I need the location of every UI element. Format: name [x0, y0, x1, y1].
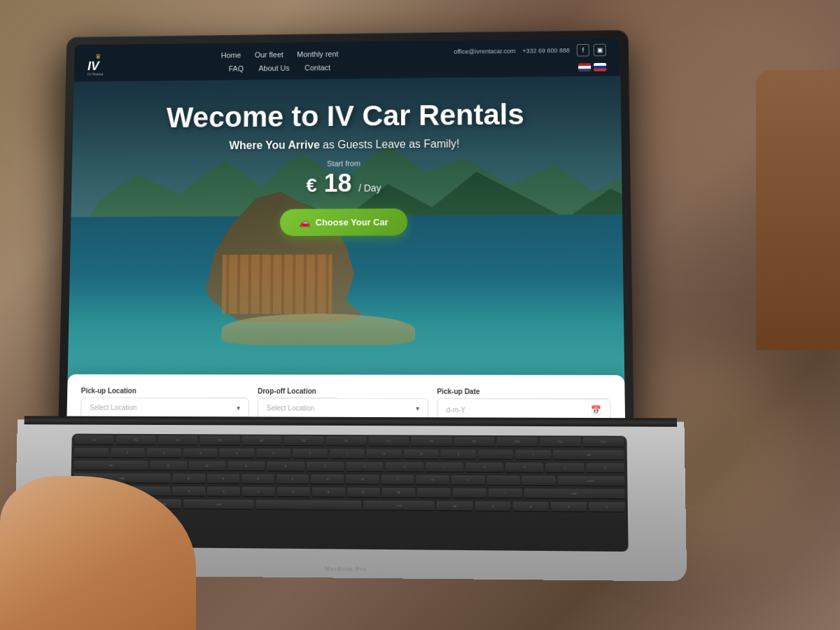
flag-ru[interactable] [594, 62, 606, 71]
key[interactable]: D [241, 474, 274, 484]
key[interactable]: / [488, 489, 522, 499]
key[interactable]: F6 [326, 436, 367, 446]
key[interactable]: . [453, 488, 486, 498]
key[interactable]: F10 [496, 437, 538, 447]
key[interactable]: F12 [583, 438, 624, 448]
key[interactable]: T [307, 461, 344, 472]
nav-menu: Home Our fleet Monthly rent [216, 47, 344, 62]
nav-second-row: FAQ About Us Contact [223, 60, 336, 75]
laptop-screen: ♛ IV IV Renta Home Our fleet Monthly ren… [66, 38, 625, 435]
enter-key[interactable]: return [557, 476, 624, 486]
key[interactable]: F9 [454, 437, 494, 447]
pickup-location-field: Pick-up Location Select Location ▾ [80, 387, 249, 421]
key[interactable]: 6 [293, 449, 328, 458]
social-icons: f ▣ [577, 43, 606, 56]
hero-subtitle: Where You Arrive as Guests Leave as Fami… [229, 138, 459, 152]
key[interactable]: F7 [368, 436, 409, 446]
nav-faq[interactable]: FAQ [223, 62, 249, 76]
dropoff-location-placeholder: Select Location [267, 404, 314, 412]
key[interactable]: = [515, 450, 551, 461]
cmd-right-key[interactable]: cmd [363, 500, 435, 511]
nav-contact[interactable]: Contact [299, 60, 336, 74]
pickup-location-placeholder: Select Location [90, 404, 136, 412]
key[interactable]: ' [522, 475, 556, 486]
navbar: ♛ IV IV Renta Home Our fleet Monthly ren… [74, 38, 620, 82]
option-right-key[interactable]: opt [437, 501, 472, 512]
pickup-date-label: Pick-up Date [437, 388, 610, 396]
dropoff-location-input[interactable]: Select Location ▾ [258, 398, 428, 419]
price-display: € 18 / Day [306, 169, 381, 198]
key[interactable]: - [478, 449, 513, 460]
key[interactable]: F5 [284, 436, 323, 446]
key[interactable]: F8 [411, 437, 451, 447]
navbar-right: office@ivrentacar.com +332 69 600 888 f … [454, 43, 606, 72]
key[interactable]: F4 [241, 436, 281, 446]
key[interactable]: O [465, 463, 503, 473]
nav-about[interactable]: About Us [253, 61, 295, 75]
logo[interactable]: ♛ IV IV Renta [88, 53, 108, 74]
dropoff-dropdown-arrow-icon: ▾ [416, 405, 419, 412]
nav-monthly[interactable]: Monthly rent [291, 47, 344, 61]
key[interactable]: 7 [330, 449, 365, 458]
arrow-up-key[interactable]: ▴ [512, 501, 548, 512]
key[interactable]: B [312, 487, 345, 498]
key[interactable]: 5 [256, 449, 291, 458]
key[interactable]: 0 [441, 449, 476, 460]
key[interactable]: G [311, 475, 344, 485]
key[interactable]: Y [346, 462, 384, 472]
shift-right-key[interactable]: shift [524, 489, 624, 499]
key[interactable]: K [416, 475, 449, 486]
key[interactable]: I [426, 462, 463, 472]
key[interactable]: F [276, 474, 309, 484]
flag-us[interactable] [578, 63, 591, 71]
pickup-location-label: Pick-up Location [81, 387, 250, 396]
arrow-left-key[interactable]: ◂ [475, 501, 510, 512]
price-section: Start from € 18 / Day [306, 160, 381, 199]
key[interactable]: F1 [116, 435, 156, 445]
laptop-screen-bezel: ♛ IV IV Renta Home Our fleet Monthly ren… [58, 30, 634, 443]
facebook-icon[interactable]: f [577, 43, 589, 56]
hero-subtitle-rest: as Guests Leave as Family! [323, 138, 459, 150]
key[interactable]: E [227, 461, 265, 471]
key[interactable]: ] [586, 463, 624, 473]
contact-info-bar: office@ivrentacar.com +332 69 600 888 f … [454, 43, 606, 57]
key[interactable]: L [451, 475, 484, 486]
pickup-dropdown-arrow-icon: ▾ [237, 404, 240, 412]
key[interactable]: N [347, 487, 380, 498]
key[interactable]: F2 [158, 435, 197, 445]
key[interactable]: H [346, 475, 379, 485]
arrow-right-key[interactable]: ▸ [589, 502, 625, 512]
email: office@ivrentacar.com [454, 48, 515, 55]
key[interactable]: , [417, 488, 450, 498]
key[interactable]: C [242, 486, 275, 497]
key[interactable]: 9 [404, 449, 439, 460]
key[interactable]: P [505, 463, 543, 473]
key[interactable]: 8 [367, 449, 402, 459]
dropoff-location-field: Drop-off Location Select Location ▾ [258, 387, 428, 421]
price-amount: 18 [324, 169, 352, 198]
key[interactable]: F3 [200, 435, 239, 445]
nav-home[interactable]: Home [216, 48, 246, 62]
key[interactable]: F11 [540, 437, 581, 447]
key[interactable]: R [267, 461, 304, 471]
instagram-icon[interactable]: ▣ [594, 43, 606, 56]
pickup-date-field: Pick-up Date d-m-Y 📅 [437, 388, 610, 421]
hand-shape [0, 476, 196, 630]
chair-arm [756, 70, 840, 350]
pickup-location-input[interactable]: Select Location ▾ [80, 398, 249, 419]
choose-car-button[interactable]: 🚗 Choose Your Car [279, 209, 407, 236]
key[interactable]: V [277, 487, 310, 498]
key[interactable]: J [381, 475, 414, 485]
space-key[interactable] [255, 500, 361, 510]
hero-highlight: Where You Arrive [229, 139, 320, 152]
key[interactable]: M [382, 488, 415, 498]
calendar-icon: 📅 [591, 405, 602, 415]
key[interactable]: 4 [220, 449, 254, 458]
key[interactable]: [ [545, 463, 584, 473]
macbook-brand-label: MacBook Pro [325, 566, 367, 573]
nav-fleet[interactable]: Our fleet [249, 48, 289, 62]
arrow-down-key[interactable]: ▾ [551, 502, 587, 512]
key[interactable]: ; [486, 475, 520, 486]
backspace-key[interactable]: del [553, 450, 624, 461]
key[interactable]: U [386, 462, 424, 472]
